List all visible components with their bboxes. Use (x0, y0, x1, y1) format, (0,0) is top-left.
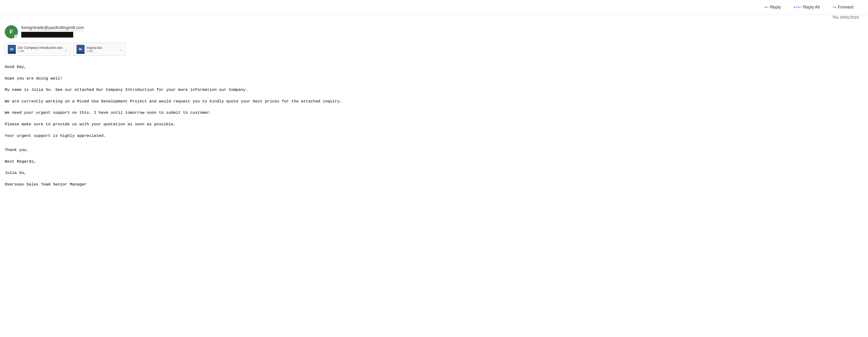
attachments-area: Our Company Introduction.doc 2 MB ⌄ Inqu… (0, 41, 868, 59)
body-line6: Your urgent support is highly appreciate… (5, 132, 859, 140)
sender-to-redacted (21, 32, 73, 37)
reply-all-icon: ↩↩ (794, 4, 802, 10)
attachment-2-details: Inquiry.doc 2 MB (86, 46, 118, 53)
attachment-2-chevron[interactable]: ⌄ (120, 47, 122, 51)
reply-all-button[interactable]: ↩↩ Reply All (788, 2, 825, 12)
attachment-1-name: Our Company Introduction.doc (18, 46, 63, 49)
body-line7: Thank you. (5, 146, 859, 154)
attachment-2-name: Inquiry.doc (86, 46, 118, 49)
reply-all-label: Reply All (803, 5, 819, 10)
body-line4: We need your urgent support on this. I h… (5, 109, 859, 116)
body-line9: Julia Su, (5, 169, 859, 177)
sender-info: foreigntrade@yazdrollingmill.com (21, 25, 84, 37)
word-icon-2 (76, 45, 85, 54)
sender-email: foreigntrade@yazdrollingmill.com (21, 25, 84, 31)
reply-icon: ↩ (765, 4, 769, 10)
reply-label: Reply (770, 5, 781, 10)
body-line3: We are currently working on a Mixed Use … (5, 98, 859, 105)
body-line2: My name is Julia Su. See our attached Ou… (5, 87, 859, 94)
avatar-status (14, 35, 18, 38)
body-line8: Best Regards, (5, 158, 859, 165)
attachment-1-chevron[interactable]: ⌄ (65, 47, 67, 51)
email-container: ↩ Reply ↩↩ Reply All ↪ Forward Thu 24/01… (0, 0, 868, 202)
greeting: Good Day, (5, 64, 859, 71)
reply-button[interactable]: ↩ Reply (760, 2, 786, 12)
body-line5: Please make sure to provide us with your… (5, 121, 859, 128)
avatar: F (5, 25, 18, 38)
forward-icon: ↪ (832, 4, 836, 10)
body-line1: Hope you are doing well! (5, 75, 859, 82)
action-bar: ↩ Reply ↩↩ Reply All ↪ Forward (0, 0, 868, 14)
forward-button[interactable]: ↪ Forward (827, 2, 859, 12)
attachment-1[interactable]: Our Company Introduction.doc 2 MB ⌄ (5, 43, 71, 56)
attachment-2-size: 2 MB (86, 49, 118, 53)
email-date: Thu 24/01/2019 (0, 14, 868, 22)
word-icon-1 (8, 45, 16, 54)
attachment-1-size: 2 MB (18, 49, 63, 53)
body-line10: Overseas Sales Team Senior Manager (5, 181, 859, 188)
email-header: F foreigntrade@yazdrollingmill.com (0, 22, 868, 41)
signature-block: Thank you. Best Regards, Julia Su, Overs… (5, 146, 859, 188)
forward-label: Forward (838, 5, 854, 10)
attachment-1-details: Our Company Introduction.doc 2 MB (18, 46, 63, 53)
email-body: Good Day, Hope you are doing well! My na… (0, 59, 868, 202)
attachment-2[interactable]: Inquiry.doc 2 MB ⌄ (73, 43, 125, 56)
